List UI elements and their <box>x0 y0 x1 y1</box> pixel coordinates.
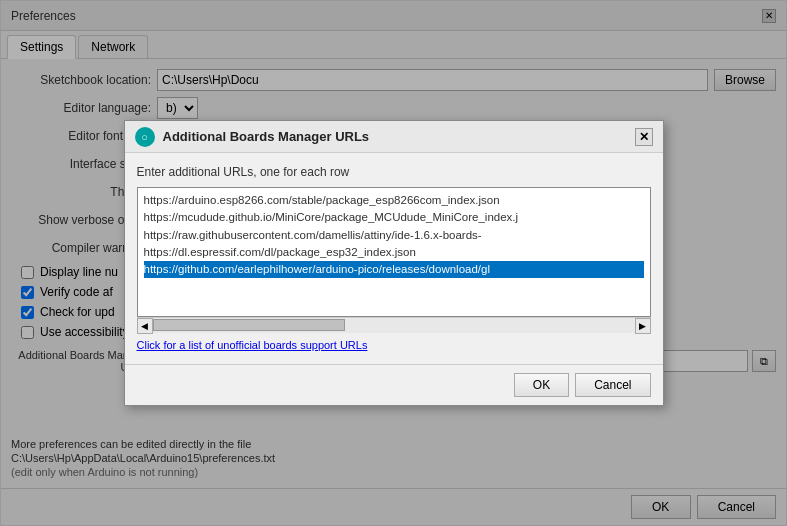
horizontal-scrollbar[interactable]: ◀ ▶ <box>137 317 651 333</box>
modal-title-bar: ○ Additional Boards Manager URLs ✕ <box>125 121 663 153</box>
preferences-window: Preferences ✕ Settings Network Sketchboo… <box>0 0 787 526</box>
modal-footer: OK Cancel <box>125 364 663 405</box>
url-line-3: https://raw.githubusercontent.com/damell… <box>144 227 644 244</box>
unofficial-boards-link[interactable]: Click for a list of unofficial boards su… <box>137 339 368 351</box>
url-line-4: https://dl.espressif.com/dl/package_esp3… <box>144 244 644 261</box>
url-line-2: https://mcudude.github.io/MiniCore/packa… <box>144 209 644 226</box>
modal-cancel-button[interactable]: Cancel <box>575 373 650 397</box>
modal-close-button[interactable]: ✕ <box>635 128 653 146</box>
scrollbar-thumb[interactable] <box>153 319 346 331</box>
modal-overlay: ○ Additional Boards Manager URLs ✕ Enter… <box>1 1 786 525</box>
url-textarea-wrapper: https://arduino.esp8266.com/stable/packa… <box>137 187 651 317</box>
modal-ok-button[interactable]: OK <box>514 373 569 397</box>
modal-body: Enter additional URLs, one for each row … <box>125 153 663 364</box>
scrollbar-track[interactable] <box>153 318 635 333</box>
url-line-1: https://arduino.esp8266.com/stable/packa… <box>144 192 644 209</box>
scroll-right-arrow[interactable]: ▶ <box>635 318 651 334</box>
modal-instruction: Enter additional URLs, one for each row <box>137 165 651 179</box>
modal-title: Additional Boards Manager URLs <box>163 129 370 144</box>
url-line-5: https://github.com/earlephilhower/arduin… <box>144 261 644 278</box>
additional-boards-modal: ○ Additional Boards Manager URLs ✕ Enter… <box>124 120 664 406</box>
scroll-left-arrow[interactable]: ◀ <box>137 318 153 334</box>
modal-title-content: ○ Additional Boards Manager URLs <box>135 127 370 147</box>
url-lines-container[interactable]: https://arduino.esp8266.com/stable/packa… <box>138 188 650 316</box>
modal-arduino-icon: ○ <box>135 127 155 147</box>
